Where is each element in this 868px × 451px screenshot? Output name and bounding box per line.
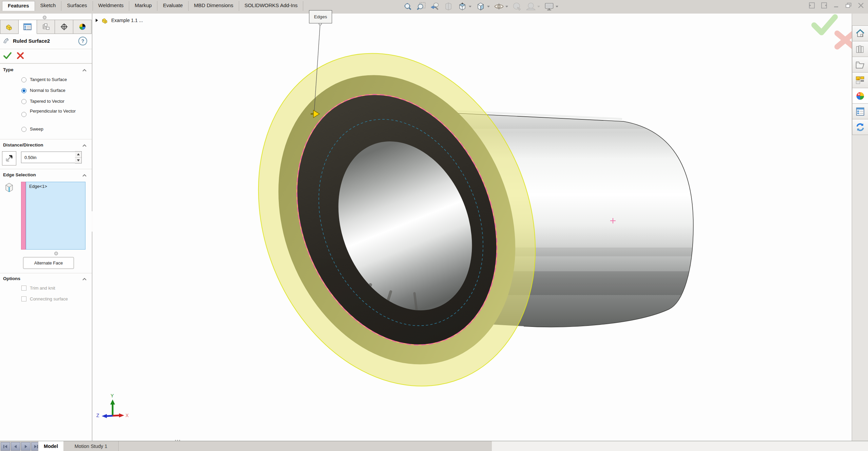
ok-button[interactable] <box>3 52 12 61</box>
tab-property-manager[interactable] <box>19 20 37 34</box>
checkbox-label: Trim and knit <box>30 286 55 291</box>
cancel-button[interactable] <box>16 52 24 61</box>
options-collapse-icon[interactable] <box>82 278 86 280</box>
spinner-down-icon[interactable] <box>75 158 81 163</box>
distance-collapse-icon[interactable] <box>82 144 86 147</box>
confirm-ok-icon[interactable] <box>814 17 835 33</box>
sync-resources-icon[interactable] <box>852 119 868 135</box>
tab-configuration-manager[interactable] <box>37 20 55 34</box>
part-icon <box>101 17 109 24</box>
help-button[interactable]: ? <box>78 37 87 45</box>
view-settings-caret[interactable] <box>556 6 558 7</box>
radio-label[interactable]: Tangent to Surface <box>30 77 67 82</box>
tab-feature-manager[interactable] <box>0 20 19 34</box>
collapse-right-pane-icon[interactable] <box>820 1 829 9</box>
distance-spinner[interactable] <box>75 151 82 163</box>
radio-perpendicular-to-vector[interactable] <box>21 111 26 117</box>
zoom-to-area-icon[interactable] <box>416 1 427 12</box>
command-manager-bar: Features Sketch Surfaces Weldments Marku… <box>0 0 868 14</box>
view-orientation-icon[interactable] <box>456 1 472 12</box>
view-settings-icon[interactable] <box>543 1 559 12</box>
design-library-icon[interactable] <box>852 41 868 57</box>
property-manager-icon <box>23 23 32 31</box>
list-resize-handle[interactable] <box>54 252 58 255</box>
radio-label[interactable]: Perpendicular to Vector <box>30 109 81 114</box>
property-manager-panel: Ruled Surface2 ? Type Tangent to Surface… <box>0 14 92 441</box>
display-style-caret[interactable] <box>487 6 490 7</box>
zoom-to-fit-icon[interactable] <box>402 1 413 12</box>
edge-selection-list[interactable]: Edge<1> <box>26 182 85 250</box>
view-palette-icon[interactable] <box>852 73 868 88</box>
radio-label[interactable]: Tapered to Vector <box>30 99 64 104</box>
flyout-feature-tree[interactable]: Example 1.1 ... <box>95 17 143 24</box>
type-collapse-icon[interactable] <box>82 69 86 72</box>
checkbox-label: Connecting surface <box>30 296 68 301</box>
custom-properties-icon[interactable] <box>852 104 868 119</box>
radio-label[interactable]: Sweep <box>30 126 43 132</box>
display-style-icon[interactable] <box>475 1 491 12</box>
scroll-first-icon[interactable] <box>1 442 10 451</box>
tree-expand-icon[interactable] <box>95 18 98 22</box>
edges-callout: Edges <box>309 10 332 23</box>
tab-mbd-dimensions[interactable]: MBD Dimensions <box>189 1 239 11</box>
radio-sweep[interactable] <box>21 126 26 132</box>
minimize-icon[interactable] <box>832 1 841 9</box>
reverse-direction-button[interactable] <box>2 151 16 165</box>
edge-selection-icon <box>4 182 14 195</box>
tab-features[interactable]: Features <box>2 1 35 11</box>
reference-triad: Y X Z <box>96 393 129 418</box>
selection-item[interactable]: Edge<1> <box>29 184 85 189</box>
file-explorer-icon[interactable] <box>852 57 868 73</box>
tree-root-label[interactable]: Example 1.1 ... <box>111 18 143 23</box>
alternate-face-button[interactable]: Alternate Face <box>23 257 74 269</box>
ruled-surface-icon <box>3 37 12 47</box>
bottom-tab-bar: Model Motion Study 1 <box>0 441 868 451</box>
radio-tangent-to-surface[interactable] <box>21 77 26 83</box>
tab-dimxpert-manager[interactable] <box>55 20 73 34</box>
collapse-left-pane-icon[interactable] <box>808 1 816 9</box>
triad-y-label: Y <box>111 393 114 398</box>
configuration-manager-icon <box>42 23 50 31</box>
scroll-previous-icon[interactable] <box>11 442 20 451</box>
edit-appearance-icon <box>511 1 523 12</box>
options-header: Options <box>3 276 20 281</box>
scroll-next-icon[interactable] <box>21 442 31 451</box>
tab-sketch[interactable]: Sketch <box>35 1 62 11</box>
tab-surfaces[interactable]: Surfaces <box>61 1 93 11</box>
tab-markup[interactable]: Markup <box>129 1 157 11</box>
triad-x-label: X <box>126 413 129 418</box>
tab-weldments[interactable]: Weldments <box>93 1 130 11</box>
edge-selection-collapse-icon[interactable] <box>82 174 86 177</box>
apply-scene-icon <box>525 1 541 12</box>
connecting-surface-checkbox[interactable] <box>21 296 26 301</box>
graphics-viewport[interactable]: Y X Z Example 1.1 ... Edges <box>92 14 852 441</box>
tab-motion-study-1[interactable]: Motion Study 1 <box>63 441 119 451</box>
tab-model[interactable]: Model <box>38 441 64 451</box>
horizontal-splitter-grip[interactable] <box>175 440 184 441</box>
tab-evaluate[interactable]: Evaluate <box>157 1 188 11</box>
restore-icon[interactable] <box>844 1 853 9</box>
spinner-up-icon[interactable] <box>75 152 81 158</box>
close-icon[interactable] <box>856 1 865 9</box>
type-header: Type <box>3 67 14 72</box>
distance-input[interactable]: 0.50in <box>21 152 76 163</box>
radio-normal-to-surface[interactable] <box>21 87 26 94</box>
appearances-icon[interactable] <box>852 88 868 104</box>
part-tree-icon <box>5 23 13 31</box>
tab-display-manager[interactable] <box>73 20 92 34</box>
home-icon[interactable] <box>852 25 868 41</box>
confirm-cancel-icon[interactable] <box>837 33 852 47</box>
display-manager-icon <box>78 23 86 31</box>
hide-show-items-icon[interactable] <box>493 1 509 12</box>
view-orientation-caret[interactable] <box>469 6 471 7</box>
previous-view-icon[interactable] <box>429 1 441 12</box>
trim-and-knit-checkbox[interactable] <box>21 286 26 291</box>
tab-solidworks-addins[interactable]: SOLIDWORKS Add-Ins <box>239 1 304 11</box>
feature-title: Ruled Surface2 <box>13 38 50 44</box>
panel-collapse-handle[interactable] <box>43 16 46 19</box>
model-scene: Y X Z <box>92 14 852 441</box>
hide-show-caret[interactable] <box>505 6 508 7</box>
distance-direction-header: Distance/Direction <box>3 142 43 148</box>
radio-label[interactable]: Normal to Surface <box>30 88 65 93</box>
radio-tapered-to-vector[interactable] <box>21 98 26 104</box>
